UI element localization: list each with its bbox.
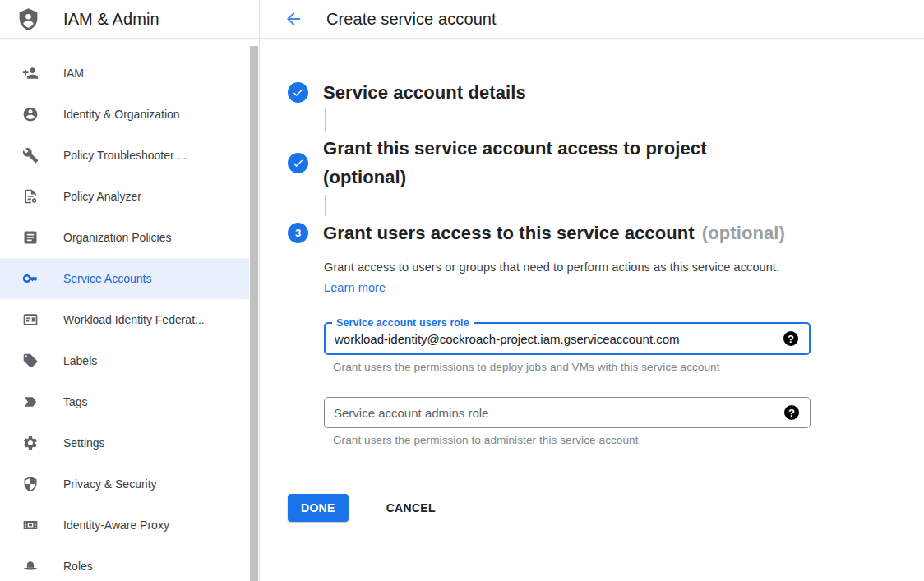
sidebar: IAM & Admin IAM Identity & Organization … (0, 0, 260, 581)
sidebar-item-label: Service Accounts (63, 272, 151, 285)
sidebar-item-organization-policies[interactable]: Organization Policies (0, 217, 249, 258)
sidebar-item-tags[interactable]: Tags (0, 381, 249, 422)
step-3-description: Grant access to users or groups that nee… (324, 257, 783, 298)
help-icon[interactable]: ? (784, 405, 799, 420)
sidebar-item-iam[interactable]: IAM (0, 53, 249, 94)
person-add-icon (22, 65, 39, 81)
product-title: IAM & Admin (63, 10, 159, 29)
sidebar-scrollbar-thumb[interactable] (250, 46, 258, 581)
article-icon (22, 229, 39, 246)
sidebar-item-policy-troubleshooter[interactable]: Policy Troubleshooter ... (0, 135, 249, 176)
step-2-title: Grant this service account access to pro… (323, 134, 707, 191)
cancel-button[interactable]: CANCEL (377, 495, 446, 521)
step-3-title: Grant users access to this service accou… (323, 219, 785, 247)
step-1-title: Service account details (323, 79, 526, 106)
page-title: Create service account (326, 10, 497, 29)
sidebar-item-privacy-security[interactable]: Privacy & Security (0, 463, 249, 505)
learn-more-link[interactable]: Learn more (324, 281, 386, 294)
sidebar-item-label: Privacy & Security (63, 477, 157, 491)
tag-arrow-icon (22, 394, 39, 410)
sidebar-item-label: Tags (63, 395, 88, 408)
wrench-icon (22, 147, 39, 164)
label-tag-icon (22, 353, 39, 369)
sidebar-item-label: Identity & Organization (63, 108, 180, 121)
step-3-body: Grant access to users or groups that nee… (324, 257, 924, 446)
sidebar-item-label: Policy Analyzer (63, 190, 141, 203)
sidebar-item-label: Roles (63, 560, 93, 573)
shield-half-icon (22, 476, 39, 492)
sidebar-item-label: Organization Policies (63, 231, 172, 244)
step-3-title-text: Grant users access to this service accou… (323, 223, 695, 243)
back-arrow-icon[interactable] (284, 9, 303, 29)
step-2-title-text: Grant this service account access to pro… (323, 134, 707, 163)
sidebar-item-label: IAM (63, 67, 84, 80)
sidebar-item-label: Policy Troubleshooter ... (63, 149, 187, 162)
step-2-complete-check-icon (288, 153, 308, 173)
document-gear-icon (22, 188, 39, 205)
step-3-number-badge: 3 (288, 223, 308, 243)
step-2-optional-label: (optional) (323, 163, 707, 191)
users-role-helper-text: Grant users the permissions to deploy jo… (333, 361, 924, 373)
sidebar-item-settings[interactable]: Settings (0, 422, 249, 463)
key-icon (22, 270, 39, 287)
sidebar-item-label: Identity-Aware Proxy (63, 519, 169, 532)
sidebar-item-labels[interactable]: Labels (0, 340, 249, 381)
proxy-strip-icon (22, 517, 39, 533)
step-3-number: 3 (295, 227, 301, 239)
sidebar-nav: IAM Identity & Organization Policy Troub… (0, 39, 259, 581)
step-3: 3 Grant users access to this service acc… (288, 219, 924, 247)
sidebar-item-roles[interactable]: Roles (0, 546, 249, 581)
sidebar-item-service-accounts[interactable]: Service Accounts (0, 258, 249, 299)
sidebar-header: IAM & Admin (0, 0, 259, 39)
sidebar-item-policy-analyzer[interactable]: Policy Analyzer (0, 176, 249, 217)
step-connector (325, 109, 326, 131)
step-3-optional-label: (optional) (702, 223, 785, 243)
wizard: Service account details Grant this servi… (261, 39, 924, 522)
step-connector (325, 195, 326, 216)
users-role-field-label: Service account users role (332, 316, 474, 330)
service-account-users-role-field: Service account users role ? (324, 322, 811, 355)
sidebar-item-label: Settings (63, 436, 105, 450)
admins-role-input[interactable] (325, 398, 810, 427)
sidebar-item-label: Workload Identity Federat... (63, 313, 205, 326)
step-1-complete-check-icon (288, 82, 308, 103)
sidebar-item-label: Labels (63, 354, 97, 367)
main-panel: Create service account Service account d… (261, 0, 924, 581)
sidebar-scrollbar (249, 39, 259, 581)
sidebar-item-identity-aware-proxy[interactable]: Identity-Aware Proxy (0, 505, 249, 546)
service-account-admins-role-field: ? (324, 397, 811, 428)
sidebar-item-identity-organization[interactable]: Identity & Organization (0, 94, 249, 135)
iam-shield-logo-icon (16, 6, 40, 33)
step-2: Grant this service account access to pro… (288, 134, 924, 191)
step-1: Service account details (288, 79, 924, 106)
action-buttons: DONE CANCEL (288, 494, 924, 522)
help-icon[interactable]: ? (783, 331, 798, 346)
gear-icon (22, 435, 39, 451)
description-text: Grant access to users or groups that nee… (324, 261, 779, 274)
badge-card-icon (22, 311, 39, 328)
page-header: Create service account (261, 0, 924, 39)
admins-role-helper-text: Grant users the permission to administer… (333, 434, 924, 446)
sidebar-item-workload-identity-federation[interactable]: Workload Identity Federat... (0, 299, 249, 340)
account-circle-icon (22, 106, 39, 122)
hat-icon (22, 558, 39, 574)
done-button[interactable]: DONE (288, 494, 349, 522)
